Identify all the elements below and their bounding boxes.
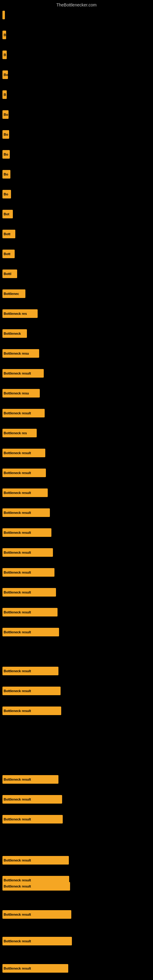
bar-label: Bottleneck result: [4, 491, 31, 495]
bar-label: Bottleneck result: [4, 709, 31, 713]
bar-row: Bo: [2, 170, 10, 178]
bar-row: Bottleneck result: [2, 369, 44, 378]
bar-row: Bottleneck result: [2, 706, 61, 715]
bar: B: [2, 30, 6, 39]
bar: Bottleneck result: [2, 469, 46, 477]
bar-label: Bo: [4, 113, 8, 116]
bar-label: Bottleneck result: [4, 818, 31, 821]
bar-row: Bottleneck result: [2, 548, 53, 557]
bar: Bottleneck: [2, 329, 27, 338]
bar-row: Bo: [2, 110, 9, 119]
bar-label: Bottl: [4, 272, 11, 275]
bar-label: Bottleneck result: [4, 571, 31, 574]
bar-label: Bottleneck result: [4, 689, 31, 693]
bar-row: Bot: [2, 210, 13, 218]
bar: Bottleneck result: [2, 608, 57, 616]
bar-row: Bottleneck result: [2, 775, 59, 784]
bar-label: Bo: [4, 133, 8, 136]
bar-label: Bottleneck result: [4, 669, 31, 673]
bar: B: [2, 51, 7, 59]
bar-label: B: [4, 53, 6, 57]
bar-row: Bo: [2, 150, 10, 159]
bar-row: B: [2, 51, 7, 59]
bar-row: [2, 11, 5, 19]
bar: Bot: [2, 210, 13, 218]
bar-label: Bottleneck result: [4, 610, 31, 614]
bar: Bo: [2, 110, 9, 119]
bar-row: Bottleneck result: [2, 687, 61, 695]
bar-row: Bottleneck result: [2, 937, 72, 945]
bar-row: Bottleneck result: [2, 910, 71, 919]
bar-label: Bottleneck result: [4, 471, 31, 475]
bar-row: Bottleneck resu: [2, 349, 39, 358]
bar-label: Bottleneck result: [4, 590, 31, 594]
bar-row: Bottleneck result: [2, 795, 62, 803]
bar: Bottleneck result: [2, 910, 71, 919]
bar-label: Bottleneck result: [4, 778, 31, 781]
bar-row: Bo: [2, 190, 11, 199]
bar-row: Bottleneck result: [2, 588, 56, 597]
bar-label: Bottleneck resu: [4, 352, 29, 355]
bar-label: Bottleneck result: [4, 451, 31, 455]
bar-label: Bottleneck result: [4, 967, 31, 970]
bar-label: Bottleneck result: [4, 511, 31, 514]
bar-label: Bott: [4, 252, 10, 256]
bar-row: Bottleneck result: [2, 856, 69, 865]
bar-label: Bo: [4, 153, 8, 156]
bar-label: Bottleneck result: [4, 913, 31, 916]
bar-label: Bottleneck result: [4, 858, 31, 862]
bar: Bott: [2, 250, 15, 258]
bar: Bo: [2, 70, 8, 79]
site-title: TheBottlenecker.com: [0, 0, 153, 10]
bar-row: Bottleneck resu: [2, 389, 40, 398]
bar: Bottleneck result: [2, 882, 70, 891]
bar: Bottleneck result: [2, 687, 61, 695]
bar: Bottleneck result: [2, 568, 54, 577]
bar: Bottleneck result: [2, 815, 63, 824]
bar: Bottleneck result: [2, 369, 44, 378]
bar: Bottleneck result: [2, 964, 68, 973]
bar: Bottlenec: [2, 290, 26, 298]
bar-row: B: [2, 30, 6, 39]
bar-label: Bo: [4, 73, 8, 76]
bar-row: Bo: [2, 130, 9, 139]
bar: Bottleneck result: [2, 667, 59, 675]
bar-row: B: [2, 90, 7, 99]
bar: Bo: [2, 150, 10, 159]
bar: Bottleneck resu: [2, 349, 39, 358]
bar: B: [2, 90, 7, 99]
bar: Bottleneck result: [2, 856, 69, 865]
bar: Bottleneck res: [2, 309, 38, 318]
bar-label: Bottleneck result: [4, 885, 31, 888]
bar-label: Bottleneck result: [4, 371, 31, 375]
bar: Bottleneck result: [2, 775, 59, 784]
bar-row: Bottleneck result: [2, 488, 48, 497]
bar-label: Bo: [4, 172, 8, 176]
bar-row: Bottleneck result: [2, 667, 59, 675]
bar: Bottleneck result: [2, 548, 53, 557]
bar: Bottleneck result: [2, 508, 50, 517]
bars-container: BBBoBBoBoBoBoBoBotBottBottBottlBottlenec…: [0, 9, 153, 980]
bar-row: Bott: [2, 230, 15, 238]
bar-label: B: [4, 93, 6, 97]
bar: Bottleneck result: [2, 588, 56, 597]
bar-label: Bot: [4, 212, 9, 216]
bar: Bottleneck result: [2, 528, 51, 537]
bar-label: Bottleneck: [4, 332, 21, 335]
bar-row: Bottl: [2, 269, 17, 278]
bar-row: Bottleneck result: [2, 628, 59, 636]
bar-label: Bo: [4, 192, 8, 196]
bar: Bottleneck result: [2, 706, 61, 715]
bar-label: Bottleneck res: [4, 312, 27, 315]
bar-row: Bottleneck result: [2, 882, 70, 891]
bar-label: Bottleneck result: [4, 411, 31, 415]
bar-row: Bottlenec: [2, 290, 26, 298]
bar: Bottleneck result: [2, 795, 62, 803]
bar: Bottleneck res: [2, 429, 37, 438]
bar-label: Bottleneck result: [4, 939, 31, 943]
bar-label: Bottleneck result: [4, 630, 31, 634]
bar-row: Bottleneck res: [2, 309, 38, 318]
bar-row: Bottleneck result: [2, 449, 45, 457]
bar-row: Bottleneck result: [2, 964, 68, 973]
bar-label: Bottleneck resu: [4, 391, 29, 395]
